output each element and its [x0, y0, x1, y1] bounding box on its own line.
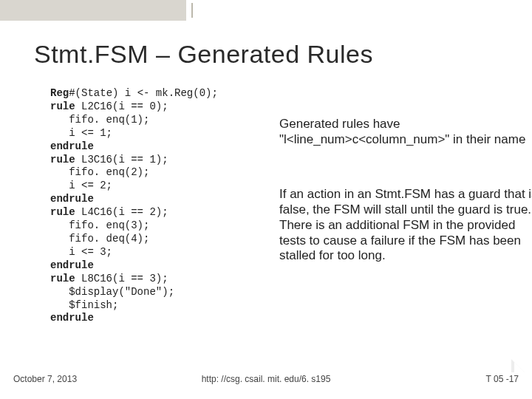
footer-pagelabel: T 05 -17: [486, 374, 519, 384]
footer: October 7, 2013 http: //csg. csail. mit.…: [0, 374, 532, 392]
decorative-topbar: [0, 0, 532, 21]
footer-url: http: //csg. csail. mit. edu/6. s195: [0, 374, 532, 384]
page-fold-decoration: [511, 359, 525, 372]
slide-title: Stmt.FSM – Generated Rules: [34, 40, 373, 69]
note-paragraph-2: If an action in an Stmt.FSM has a guard …: [279, 187, 532, 264]
explanatory-notes: Generated rules have "l<line_num>c<colum…: [279, 117, 532, 264]
note-paragraph-1: Generated rules have "l<line_num>c<colum…: [279, 117, 532, 147]
